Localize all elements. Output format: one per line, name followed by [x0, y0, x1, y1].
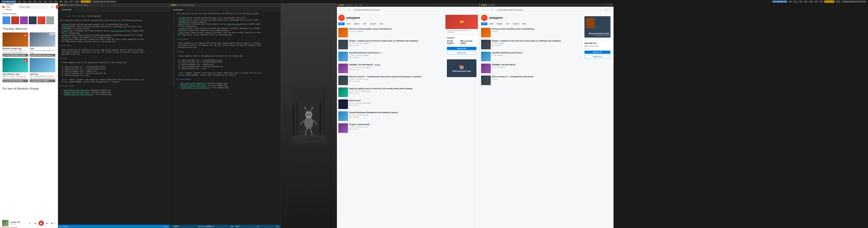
sort-gilded-btn[interactable]: GILDED	[369, 23, 377, 25]
card-play-3[interactable]: ▶	[24, 59, 28, 63]
reddit2-title-4[interactable]: [OC] curl cheat.sh — Command line cheat …	[492, 76, 580, 78]
comments-btn-4[interactable]: 💬 14 comments	[349, 80, 360, 82]
activity-thumb-6[interactable]	[46, 16, 54, 24]
post-user-3[interactable]: Crispan A	[365, 67, 371, 68]
r2-sort-top[interactable]: TOP	[504, 23, 510, 25]
post-title-2[interactable]: [macOS] CrabOwned macOS Sierra ! ....	[349, 52, 442, 54]
url-bar-r2[interactable]: 🔒 https://www.reddit.com/r/unixporn	[495, 8, 602, 12]
submit-link-btn[interactable]: Submit Link	[447, 47, 476, 50]
player-next-btn[interactable]: ⏭	[45, 221, 49, 225]
card-play-1[interactable]: ▶	[24, 33, 28, 37]
comments-btn-5[interactable]: 💬 3 comments	[349, 92, 359, 94]
minimize-btn-r2[interactable]	[604, 4, 607, 6]
activity-thumb-3[interactable]	[20, 16, 28, 24]
post-user-1[interactable]: tabbono	[365, 43, 370, 44]
post-title-5[interactable]: [dwm] just getting used to i3 and Arch. …	[349, 87, 442, 90]
post-user-5[interactable]: Anti-reddit	[364, 90, 370, 92]
music-card-4[interactable]: Keeping Calm & Mellow Café Seep With Cou…	[30, 58, 55, 82]
reddit-post-1: [i3-gaps + polybar] my tiny Arch box to …	[338, 39, 442, 50]
comments-btn-8[interactable]: 💬 7 comments	[349, 128, 359, 130]
forward-btn-r2[interactable]: ›	[486, 8, 489, 12]
music-card-1[interactable]: For fans of Mandolin Orange ▶ Mandolin O…	[2, 32, 28, 56]
activity-thumb-1[interactable]	[2, 16, 10, 24]
sort-hot-btn[interactable]: HOT	[338, 23, 345, 25]
online-number: 285	[584, 45, 587, 47]
refresh-btn-r2[interactable]: ↻	[490, 8, 494, 12]
reddit2-user-1[interactable]: tabbono	[499, 43, 504, 44]
player-shuffle-btn[interactable]: ⇌	[28, 221, 32, 225]
post-title-3[interactable]: [GNOME] • Artt Dark MacOS GNOME	[349, 64, 442, 66]
r2-sort-gilded[interactable]: GILDED	[511, 23, 520, 25]
sort-top-btn[interactable]: TOP	[362, 23, 368, 25]
player-play-btn[interactable]: ▶	[38, 221, 44, 226]
post-user-2[interactable]: Bahako	[364, 54, 369, 56]
reddit2-user-3[interactable]: Crispan A	[499, 67, 505, 68]
music-card-2[interactable]: Colts Recommended new releases Colts Alb…	[30, 32, 55, 56]
vim-content[interactable]: This repository contains personal config…	[175, 12, 281, 225]
reddit2-online: 285 currently online	[584, 45, 611, 47]
cast-icon[interactable]: ⊡	[50, 5, 54, 9]
post-user-6[interactable]: Anti-reddit	[364, 102, 370, 104]
submit-text-btn[interactable]: Submit Text	[447, 51, 476, 55]
nav-prev-btn[interactable]: ‹	[46, 27, 50, 31]
post-title-8[interactable]: [i3-gaps + polybar] plaid	[349, 123, 442, 125]
recent-activity-arrow[interactable]: ›	[55, 13, 55, 15]
vim-body[interactable]: 12345 678910 1112131415 1617181920 21222…	[169, 12, 281, 225]
player-prev-btn[interactable]: ⏮	[33, 221, 37, 225]
post-title-7[interactable]: [Gnome] Workspace Management and adaptin…	[349, 111, 442, 114]
sort-new-btn[interactable]: NEW	[345, 23, 352, 25]
post-user-4[interactable]: user5	[365, 78, 368, 80]
r2-sort-wiki[interactable]: WIKI	[521, 23, 527, 25]
reddit2-comments-1[interactable]: 💬 4 comments	[492, 45, 502, 46]
reddit2-dot-yellow	[483, 4, 485, 6]
refresh-btn[interactable]: ↻	[348, 8, 351, 12]
goodwill-banner[interactable]: 🤝 Find your nearest donation center at G…	[445, 14, 478, 34]
reddit2-submit-btn[interactable]: Submit Link	[584, 50, 611, 54]
reddit2-title-1[interactable]: [i3-gaps + polybar] my tiny Arch box to …	[492, 40, 580, 42]
queue-icon[interactable]: ☰	[54, 222, 56, 224]
reddit2-title-goodwill[interactable]: Find your nearest donation center at Goo…	[492, 28, 580, 30]
terminal-body-left[interactable]: dave ~/Dotfiles rdy --full-example.gf Th…	[58, 12, 169, 225]
music-search-input[interactable]	[18, 5, 49, 9]
svg-rect-4	[296, 101, 298, 137]
sort-rising-btn[interactable]: RISING	[352, 23, 361, 25]
reddit2-title-3[interactable]: [GNOME] • Artt Dark MacOS	[492, 64, 580, 66]
comments-btn-1[interactable]: 💬 4 comments	[349, 45, 359, 46]
r2-sort-hot[interactable]: HOT	[481, 23, 487, 25]
comments-btn-3[interactable]: 💬 5 comments	[349, 69, 359, 70]
post-title-4[interactable]: [OC] curl cheat.sh — Command line cheat …	[349, 76, 442, 78]
maximize-btn-r2[interactable]	[607, 4, 609, 6]
post-user-7[interactable]: user8	[365, 114, 368, 116]
back-btn-r2[interactable]: ‹	[481, 8, 485, 12]
comments-btn-2[interactable]: 💬 2 comments	[349, 56, 359, 58]
activity-thumb-2[interactable]	[11, 16, 19, 24]
post-title-ad[interactable]: Find your nearest donation center at Goo…	[349, 28, 442, 30]
reddit2-user-2[interactable]: Bahako	[498, 54, 503, 56]
post-title-6[interactable]: [dwm] encore	[349, 100, 442, 102]
sort-wiki-btn[interactable]: WIKI	[378, 23, 384, 25]
back-btn[interactable]: ‹	[338, 8, 342, 12]
terminal-tab-1[interactable]: dave@dotfiles	[59, 8, 74, 11]
nav-next-btn[interactable]: ›	[51, 27, 55, 31]
post-title-1[interactable]: [i3-gaps + polybar] my tiny Arch box to …	[349, 40, 442, 42]
reddit-main: 👾 unixporn HOT NEW RISING TOP GILDED WIK…	[337, 13, 444, 228]
r2-sort-rising[interactable]: RISING	[495, 23, 504, 25]
comments-btn-7[interactable]: 💬 6 comments	[349, 116, 359, 118]
bookmark-btn-r2[interactable]: ★	[604, 8, 608, 12]
close-btn-r2[interactable]: ×	[610, 4, 612, 6]
r2-sort-new[interactable]: NEW	[488, 23, 495, 25]
activity-thumb-5[interactable]	[37, 16, 45, 24]
reddit2-submit-text-btn[interactable]: Submit Text	[584, 55, 611, 59]
reddit2-title-2[interactable]: [macOS] CrabOwned macOS Sierra !	[492, 52, 580, 54]
menu-btn-r2[interactable]: ⋮	[609, 8, 612, 12]
forward-btn[interactable]: ›	[343, 8, 346, 12]
url-bar[interactable]: 🔒 https://www.reddit.com/r/unixporn	[352, 8, 478, 12]
music-card-3[interactable]: For fans of Alexi Murdoch ▶ Alexi Murdoc…	[2, 58, 28, 82]
post-user-8[interactable]: user9	[365, 126, 368, 128]
comments-btn-6[interactable]: 💬 1 comment	[349, 104, 358, 106]
vim-tab-1[interactable]: dave@dotfiles	[171, 8, 185, 12]
post-user-ad[interactable]: adsmiith	[358, 31, 363, 32]
volume-icon[interactable]: 🔊	[51, 222, 53, 224]
activity-thumb-4[interactable]	[29, 16, 37, 24]
reddit-post-4: [OC] curl cheat.sh — Command line cheat …	[338, 74, 442, 86]
